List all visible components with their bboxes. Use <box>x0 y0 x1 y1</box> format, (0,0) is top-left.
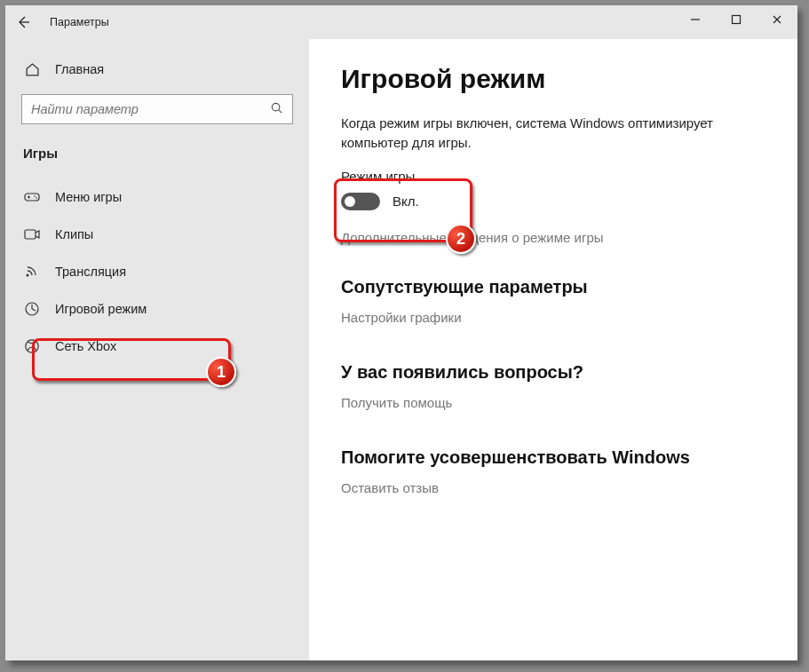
settings-window: Параметры Главная <box>5 5 797 660</box>
annotation-badge-2: 2 <box>446 224 476 254</box>
window-title: Параметры <box>50 16 109 28</box>
game-bar-icon <box>23 191 41 203</box>
sidebar-item-broadcasting[interactable]: Трансляция <box>5 253 309 290</box>
svg-point-1 <box>272 103 279 110</box>
content-pane: Игровой режим Когда режим игры включен, … <box>309 39 797 660</box>
game-mode-toggle[interactable] <box>341 193 380 210</box>
svg-point-6 <box>27 274 29 277</box>
back-button[interactable] <box>5 5 41 39</box>
broadcast-icon <box>23 265 41 279</box>
toggle-knob <box>345 196 355 207</box>
sidebar-item-game-bar[interactable]: Меню игры <box>5 178 309 216</box>
svg-rect-0 <box>733 16 741 24</box>
page-title: Игровой режим <box>341 64 765 94</box>
captures-icon <box>23 228 41 241</box>
svg-rect-2 <box>25 194 39 201</box>
xbox-icon <box>23 338 41 354</box>
sidebar-nav: Меню игры Клипы Трансляция <box>5 168 309 365</box>
sidebar: Главная Игры <box>5 39 309 660</box>
sidebar-item-captures[interactable]: Клипы <box>5 216 309 253</box>
svg-point-3 <box>34 195 36 197</box>
toggle-label: Режим игры <box>341 169 765 184</box>
sidebar-category: Игры <box>5 130 309 168</box>
minimize-button[interactable] <box>675 5 716 34</box>
close-button[interactable] <box>757 5 797 34</box>
titlebar: Параметры <box>5 5 797 39</box>
sidebar-home-label: Главная <box>55 62 104 76</box>
sidebar-item-xbox-networking[interactable]: Сеть Xbox <box>5 328 309 365</box>
sidebar-item-label: Сеть Xbox <box>55 339 116 353</box>
search-icon <box>270 101 283 117</box>
related-heading: Сопутствующие параметры <box>341 277 765 297</box>
svg-point-8 <box>26 340 38 352</box>
graphics-settings-link[interactable]: Настройки графики <box>341 310 765 325</box>
sidebar-item-label: Клипы <box>55 227 93 241</box>
arrow-left-icon <box>16 15 30 29</box>
svg-rect-5 <box>25 230 36 239</box>
svg-point-4 <box>36 197 37 199</box>
search-input[interactable] <box>31 102 253 116</box>
feedback-heading: Помогите усовершенствовать Windows <box>341 447 765 468</box>
sidebar-item-label: Игровой режим <box>55 302 147 316</box>
sidebar-item-game-mode[interactable]: Игровой режим <box>5 290 309 328</box>
help-heading: У вас появились вопросы? <box>341 362 765 383</box>
search-box[interactable] <box>21 94 293 124</box>
game-mode-icon <box>23 301 41 317</box>
toggle-state: Вкл. <box>393 194 419 209</box>
more-info-link[interactable]: Дополнительные сведения о режиме игры <box>341 230 765 245</box>
maximize-button[interactable] <box>716 5 757 34</box>
window-controls <box>675 5 797 34</box>
page-description: Когда режим игры включен, система Window… <box>341 114 732 153</box>
sidebar-item-label: Меню игры <box>55 190 122 204</box>
feedback-link[interactable]: Оставить отзыв <box>341 480 765 495</box>
sidebar-item-label: Трансляция <box>55 265 126 279</box>
annotation-badge-1: 1 <box>206 357 236 387</box>
sidebar-home[interactable]: Главная <box>5 51 309 87</box>
home-icon <box>23 62 41 77</box>
get-help-link[interactable]: Получить помощь <box>341 395 765 410</box>
